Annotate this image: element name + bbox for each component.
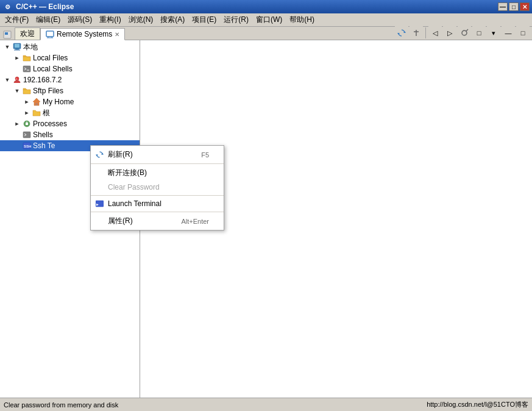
expander-ssh-te bbox=[12, 141, 22, 151]
context-menu: 刷新(R) F5 断开连接(B) Clear Password ▶ Launch… bbox=[90, 145, 224, 231]
tree-label-my-home: My Home bbox=[43, 98, 74, 106]
ctx-sep-3 bbox=[91, 212, 224, 212]
ssh-icon: SSH bbox=[22, 141, 32, 151]
expander-sftp[interactable]: ▼ bbox=[12, 86, 22, 96]
sync-button[interactable] bbox=[395, 26, 408, 40]
menu-refactor[interactable]: 重构(I) bbox=[96, 13, 124, 26]
svg-rect-11 bbox=[15, 49, 19, 50]
expander-local[interactable]: ▼ bbox=[2, 42, 12, 52]
tree-label-shells: Shells bbox=[33, 130, 53, 139]
content-pane: ▼ 本地 ► Local Files Local Shells bbox=[0, 40, 532, 398]
tree-node-my-home[interactable]: ► My Home bbox=[0, 96, 140, 107]
minimize-button[interactable]: — bbox=[498, 2, 508, 11]
ctx-refresh-label: 刷新(R) bbox=[108, 149, 133, 160]
title-bar: ⚙ C/C++ — Eclipse — □ ✕ bbox=[0, 0, 532, 13]
computer-icon bbox=[12, 42, 22, 52]
menu-window[interactable]: 窗口(W) bbox=[252, 13, 286, 26]
ctx-clear-password[interactable]: Clear Password bbox=[91, 180, 224, 194]
expander-my-home[interactable]: ► bbox=[22, 97, 32, 107]
menu-run[interactable]: 运行(R) bbox=[220, 13, 252, 26]
tab-welcome[interactable]: 欢迎 bbox=[15, 27, 40, 40]
ctx-disconnect-label: 断开连接(B) bbox=[108, 168, 147, 178]
expander-shells bbox=[12, 130, 22, 140]
ctx-launch-terminal[interactable]: ▶ Launch Terminal bbox=[91, 197, 224, 210]
expander-local-shells bbox=[12, 64, 22, 74]
tree-label-local-shells: Local Shells bbox=[33, 65, 73, 73]
ctx-properties[interactable]: 属性(R) Alt+Enter bbox=[91, 213, 224, 229]
maximize-button[interactable]: □ bbox=[509, 2, 519, 11]
menu-file[interactable]: 文件(F) bbox=[1, 13, 32, 26]
sftp-icon bbox=[22, 86, 32, 96]
properties-icon bbox=[94, 216, 104, 226]
menu-project[interactable]: 项目(E) bbox=[188, 13, 220, 26]
refresh-icon bbox=[94, 150, 104, 160]
ctx-refresh[interactable]: 刷新(R) F5 bbox=[91, 147, 224, 162]
tree-node-192[interactable]: ▼ 人 192.168.7.2 bbox=[0, 74, 140, 85]
expander-processes[interactable]: ► bbox=[12, 119, 22, 129]
tab-left-icon bbox=[2, 30, 12, 40]
ctx-clear-password-label: Clear Password bbox=[108, 183, 160, 191]
back-button[interactable]: ◁ bbox=[428, 26, 442, 40]
tree-label-ssh-te: Ssh Te bbox=[33, 141, 55, 150]
tree-node-local-files[interactable]: ► Local Files bbox=[0, 52, 140, 63]
app-icon: ⚙ bbox=[2, 2, 12, 12]
tree-node-sftp[interactable]: ▼ Sftp Files bbox=[0, 85, 140, 96]
minimize-view-button[interactable]: — bbox=[502, 26, 515, 40]
tab-remote-systems-close[interactable]: ✕ bbox=[115, 31, 119, 38]
menu-search[interactable]: 搜索(A) bbox=[157, 13, 188, 26]
ctx-sep-2 bbox=[91, 195, 224, 196]
tab-strip: 欢迎 Remote Systems ✕ ◁ ▷ □ ▾ — □ bbox=[0, 27, 532, 40]
svg-text:▶: ▶ bbox=[96, 202, 99, 206]
forward-button[interactable]: ▷ bbox=[443, 26, 456, 40]
svg-text:人: 人 bbox=[15, 77, 18, 80]
expander-192[interactable]: ▼ bbox=[2, 75, 12, 85]
tree-node-shells[interactable]: Shells bbox=[0, 129, 140, 140]
tab-remote-systems-label: Remote Systems bbox=[57, 30, 112, 38]
menu-bar: 文件(F) 编辑(E) 源码(S) 重构(I) 浏览(N) 搜索(A) 项目(E… bbox=[0, 13, 532, 27]
svg-text:SSH: SSH bbox=[24, 145, 31, 148]
ctx-sep-1 bbox=[91, 163, 224, 164]
ctx-launch-terminal-label: Launch Terminal bbox=[108, 199, 161, 208]
close-button[interactable]: ✕ bbox=[520, 2, 530, 11]
status-left: Clear password from memory and disk bbox=[4, 401, 118, 409]
clear-password-icon bbox=[94, 182, 104, 192]
tree-label-root: 根 bbox=[43, 108, 50, 118]
tree-node-local-shells[interactable]: Local Shells bbox=[0, 63, 140, 74]
svg-rect-10 bbox=[15, 44, 20, 48]
svg-point-7 bbox=[462, 30, 467, 35]
collapse-button[interactable]: □ bbox=[472, 26, 486, 40]
tree-node-processes[interactable]: ► Processes bbox=[0, 118, 140, 129]
menu-browse[interactable]: 浏览(N) bbox=[125, 13, 157, 26]
ctx-properties-shortcut: Alt+Enter bbox=[181, 218, 209, 225]
disconnect-icon bbox=[94, 168, 104, 178]
window-controls: — □ ✕ bbox=[498, 2, 530, 11]
tree-node-root[interactable]: ► 根 bbox=[0, 107, 140, 118]
view-menu-button[interactable]: ▾ bbox=[487, 26, 500, 40]
expander-root[interactable]: ► bbox=[22, 108, 32, 118]
local-shells-icon bbox=[22, 64, 32, 74]
nav3-button[interactable] bbox=[458, 26, 471, 40]
menu-help[interactable]: 帮助(H) bbox=[286, 13, 318, 26]
expander-local-files[interactable]: ► bbox=[12, 53, 22, 63]
pin-button[interactable] bbox=[410, 26, 423, 40]
tree-label-local: 本地 bbox=[23, 42, 38, 52]
svg-rect-13 bbox=[23, 66, 30, 72]
tree-label-local-files: Local Files bbox=[33, 54, 68, 62]
ctx-disconnect[interactable]: 断开连接(B) bbox=[91, 165, 224, 180]
launch-terminal-icon: ▶ bbox=[94, 199, 104, 209]
menu-source[interactable]: 源码(S) bbox=[64, 13, 96, 26]
processes-icon bbox=[22, 119, 32, 129]
ctx-properties-label: 属性(R) bbox=[108, 216, 133, 226]
maximize-view-button[interactable]: □ bbox=[516, 26, 530, 40]
svg-rect-17 bbox=[35, 103, 38, 105]
svg-line-8 bbox=[466, 29, 468, 31]
tab-remote-systems[interactable]: Remote Systems ✕ bbox=[40, 28, 125, 40]
my-home-icon bbox=[32, 97, 41, 107]
tree-label-processes: Processes bbox=[33, 120, 67, 128]
svg-rect-2 bbox=[46, 31, 54, 37]
tree-node-local[interactable]: ▼ 本地 bbox=[0, 41, 140, 52]
svg-rect-1 bbox=[5, 32, 8, 35]
network-icon: 人 bbox=[12, 75, 22, 85]
root-icon bbox=[32, 108, 41, 118]
menu-edit[interactable]: 编辑(E) bbox=[32, 13, 64, 26]
